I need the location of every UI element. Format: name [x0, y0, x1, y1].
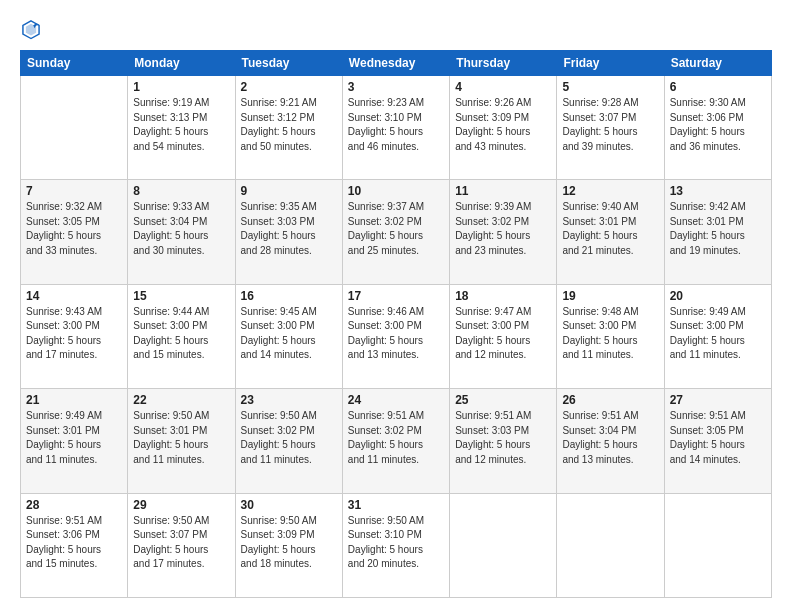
- day-number: 4: [455, 80, 551, 94]
- calendar-cell: 21Sunrise: 9:49 AMSunset: 3:01 PMDayligh…: [21, 389, 128, 493]
- day-number: 10: [348, 184, 444, 198]
- day-info: Sunrise: 9:30 AMSunset: 3:06 PMDaylight:…: [670, 96, 766, 154]
- weekday-header: Friday: [557, 51, 664, 76]
- day-info: Sunrise: 9:50 AMSunset: 3:09 PMDaylight:…: [241, 514, 337, 572]
- day-number: 25: [455, 393, 551, 407]
- calendar-cell: 31Sunrise: 9:50 AMSunset: 3:10 PMDayligh…: [342, 493, 449, 597]
- day-number: 30: [241, 498, 337, 512]
- calendar-cell: [450, 493, 557, 597]
- calendar-table: SundayMondayTuesdayWednesdayThursdayFrid…: [20, 50, 772, 598]
- calendar-cell: 5Sunrise: 9:28 AMSunset: 3:07 PMDaylight…: [557, 76, 664, 180]
- weekday-header: Saturday: [664, 51, 771, 76]
- day-number: 28: [26, 498, 122, 512]
- calendar-cell: 1Sunrise: 9:19 AMSunset: 3:13 PMDaylight…: [128, 76, 235, 180]
- calendar-cell: 15Sunrise: 9:44 AMSunset: 3:00 PMDayligh…: [128, 284, 235, 388]
- day-info: Sunrise: 9:40 AMSunset: 3:01 PMDaylight:…: [562, 200, 658, 258]
- day-info: Sunrise: 9:44 AMSunset: 3:00 PMDaylight:…: [133, 305, 229, 363]
- day-number: 8: [133, 184, 229, 198]
- day-info: Sunrise: 9:45 AMSunset: 3:00 PMDaylight:…: [241, 305, 337, 363]
- calendar-cell: 26Sunrise: 9:51 AMSunset: 3:04 PMDayligh…: [557, 389, 664, 493]
- calendar-cell: [21, 76, 128, 180]
- day-number: 16: [241, 289, 337, 303]
- day-info: Sunrise: 9:37 AMSunset: 3:02 PMDaylight:…: [348, 200, 444, 258]
- day-info: Sunrise: 9:26 AMSunset: 3:09 PMDaylight:…: [455, 96, 551, 154]
- day-info: Sunrise: 9:23 AMSunset: 3:10 PMDaylight:…: [348, 96, 444, 154]
- calendar-cell: 8Sunrise: 9:33 AMSunset: 3:04 PMDaylight…: [128, 180, 235, 284]
- day-info: Sunrise: 9:50 AMSunset: 3:07 PMDaylight:…: [133, 514, 229, 572]
- day-info: Sunrise: 9:43 AMSunset: 3:00 PMDaylight:…: [26, 305, 122, 363]
- calendar-cell: 24Sunrise: 9:51 AMSunset: 3:02 PMDayligh…: [342, 389, 449, 493]
- calendar-cell: 29Sunrise: 9:50 AMSunset: 3:07 PMDayligh…: [128, 493, 235, 597]
- calendar-cell: 23Sunrise: 9:50 AMSunset: 3:02 PMDayligh…: [235, 389, 342, 493]
- calendar-cell: 20Sunrise: 9:49 AMSunset: 3:00 PMDayligh…: [664, 284, 771, 388]
- day-info: Sunrise: 9:39 AMSunset: 3:02 PMDaylight:…: [455, 200, 551, 258]
- calendar-cell: 30Sunrise: 9:50 AMSunset: 3:09 PMDayligh…: [235, 493, 342, 597]
- day-info: Sunrise: 9:50 AMSunset: 3:10 PMDaylight:…: [348, 514, 444, 572]
- logo: [20, 18, 46, 40]
- weekday-header: Wednesday: [342, 51, 449, 76]
- weekday-header: Tuesday: [235, 51, 342, 76]
- day-number: 1: [133, 80, 229, 94]
- calendar-cell: 19Sunrise: 9:48 AMSunset: 3:00 PMDayligh…: [557, 284, 664, 388]
- weekday-header: Sunday: [21, 51, 128, 76]
- day-number: 14: [26, 289, 122, 303]
- calendar-week-row: 7Sunrise: 9:32 AMSunset: 3:05 PMDaylight…: [21, 180, 772, 284]
- calendar-week-row: 28Sunrise: 9:51 AMSunset: 3:06 PMDayligh…: [21, 493, 772, 597]
- day-number: 24: [348, 393, 444, 407]
- day-number: 20: [670, 289, 766, 303]
- calendar-cell: 7Sunrise: 9:32 AMSunset: 3:05 PMDaylight…: [21, 180, 128, 284]
- calendar-page: SundayMondayTuesdayWednesdayThursdayFrid…: [0, 0, 792, 612]
- day-number: 21: [26, 393, 122, 407]
- day-info: Sunrise: 9:21 AMSunset: 3:12 PMDaylight:…: [241, 96, 337, 154]
- calendar-cell: 18Sunrise: 9:47 AMSunset: 3:00 PMDayligh…: [450, 284, 557, 388]
- calendar-cell: 28Sunrise: 9:51 AMSunset: 3:06 PMDayligh…: [21, 493, 128, 597]
- day-info: Sunrise: 9:48 AMSunset: 3:00 PMDaylight:…: [562, 305, 658, 363]
- day-number: 17: [348, 289, 444, 303]
- day-info: Sunrise: 9:50 AMSunset: 3:02 PMDaylight:…: [241, 409, 337, 467]
- calendar-cell: 3Sunrise: 9:23 AMSunset: 3:10 PMDaylight…: [342, 76, 449, 180]
- calendar-cell: 9Sunrise: 9:35 AMSunset: 3:03 PMDaylight…: [235, 180, 342, 284]
- calendar-week-row: 21Sunrise: 9:49 AMSunset: 3:01 PMDayligh…: [21, 389, 772, 493]
- day-info: Sunrise: 9:51 AMSunset: 3:05 PMDaylight:…: [670, 409, 766, 467]
- day-info: Sunrise: 9:28 AMSunset: 3:07 PMDaylight:…: [562, 96, 658, 154]
- day-info: Sunrise: 9:51 AMSunset: 3:06 PMDaylight:…: [26, 514, 122, 572]
- day-number: 7: [26, 184, 122, 198]
- day-info: Sunrise: 9:49 AMSunset: 3:01 PMDaylight:…: [26, 409, 122, 467]
- weekday-header: Thursday: [450, 51, 557, 76]
- day-info: Sunrise: 9:51 AMSunset: 3:04 PMDaylight:…: [562, 409, 658, 467]
- calendar-cell: [664, 493, 771, 597]
- weekday-header: Monday: [128, 51, 235, 76]
- calendar-header-row: SundayMondayTuesdayWednesdayThursdayFrid…: [21, 51, 772, 76]
- day-info: Sunrise: 9:51 AMSunset: 3:03 PMDaylight:…: [455, 409, 551, 467]
- logo-icon: [20, 18, 42, 40]
- day-number: 29: [133, 498, 229, 512]
- day-number: 3: [348, 80, 444, 94]
- day-number: 22: [133, 393, 229, 407]
- day-info: Sunrise: 9:46 AMSunset: 3:00 PMDaylight:…: [348, 305, 444, 363]
- day-info: Sunrise: 9:33 AMSunset: 3:04 PMDaylight:…: [133, 200, 229, 258]
- day-number: 27: [670, 393, 766, 407]
- calendar-cell: 12Sunrise: 9:40 AMSunset: 3:01 PMDayligh…: [557, 180, 664, 284]
- day-info: Sunrise: 9:19 AMSunset: 3:13 PMDaylight:…: [133, 96, 229, 154]
- calendar-week-row: 14Sunrise: 9:43 AMSunset: 3:00 PMDayligh…: [21, 284, 772, 388]
- calendar-cell: 16Sunrise: 9:45 AMSunset: 3:00 PMDayligh…: [235, 284, 342, 388]
- calendar-cell: 14Sunrise: 9:43 AMSunset: 3:00 PMDayligh…: [21, 284, 128, 388]
- day-number: 19: [562, 289, 658, 303]
- calendar-cell: 27Sunrise: 9:51 AMSunset: 3:05 PMDayligh…: [664, 389, 771, 493]
- day-number: 15: [133, 289, 229, 303]
- day-number: 2: [241, 80, 337, 94]
- day-number: 5: [562, 80, 658, 94]
- calendar-cell: 2Sunrise: 9:21 AMSunset: 3:12 PMDaylight…: [235, 76, 342, 180]
- day-info: Sunrise: 9:42 AMSunset: 3:01 PMDaylight:…: [670, 200, 766, 258]
- day-number: 31: [348, 498, 444, 512]
- calendar-cell: [557, 493, 664, 597]
- calendar-cell: 22Sunrise: 9:50 AMSunset: 3:01 PMDayligh…: [128, 389, 235, 493]
- day-info: Sunrise: 9:51 AMSunset: 3:02 PMDaylight:…: [348, 409, 444, 467]
- day-number: 18: [455, 289, 551, 303]
- calendar-week-row: 1Sunrise: 9:19 AMSunset: 3:13 PMDaylight…: [21, 76, 772, 180]
- day-number: 23: [241, 393, 337, 407]
- calendar-cell: 10Sunrise: 9:37 AMSunset: 3:02 PMDayligh…: [342, 180, 449, 284]
- day-info: Sunrise: 9:47 AMSunset: 3:00 PMDaylight:…: [455, 305, 551, 363]
- day-number: 6: [670, 80, 766, 94]
- day-number: 13: [670, 184, 766, 198]
